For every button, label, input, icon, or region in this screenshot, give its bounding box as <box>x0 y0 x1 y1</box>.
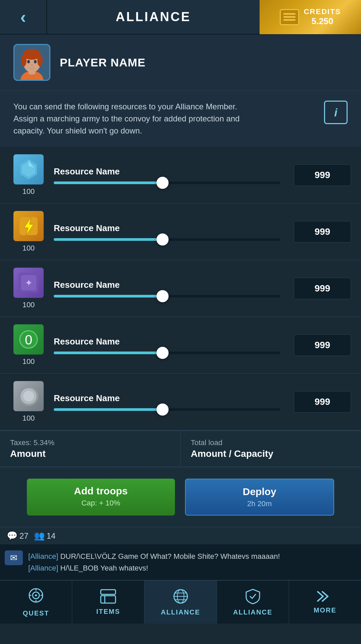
slider-track-0[interactable] <box>54 181 280 184</box>
resource-icon-wrap-0: 100 <box>10 154 47 196</box>
slider-fill-0 <box>54 181 163 184</box>
resource-icon-wrap-4: 100 <box>10 381 47 423</box>
resource-value-2[interactable]: 999 <box>294 278 351 299</box>
credits-box[interactable]: CREDITS 5.250 <box>260 0 361 34</box>
nav-more[interactable]: MORE <box>289 581 361 624</box>
resource-controls-0: Resource Name <box>54 166 280 184</box>
resource-count-2: 100 <box>22 301 35 309</box>
resources-section: 100 Resource Name 999 100 Re <box>0 147 361 467</box>
credits-amount: 5.250 <box>311 16 333 26</box>
nav-alliance-globe[interactable]: ALLIANCE <box>144 581 217 624</box>
add-troops-button[interactable]: Add troops Cap: + 10% <box>27 479 175 516</box>
resource-count-0: 100 <box>22 187 35 196</box>
slider-fill-2 <box>54 295 163 298</box>
slider-thumb-3[interactable] <box>156 347 169 359</box>
resource-icon-0 <box>13 154 44 184</box>
svg-point-6 <box>37 54 43 66</box>
shield-icon <box>245 588 261 606</box>
credits-label: CREDITS <box>304 7 341 16</box>
resource-controls-3: Resource Name <box>54 336 280 354</box>
chat-messages[interactable]: ✉ [Alliance] DUR/\CEL\VÖLZ Game Of What?… <box>0 544 361 580</box>
chat-alliance-tag-2: [Alliance] <box>28 564 58 572</box>
more-icon <box>317 590 333 604</box>
capacity-value: Amount / Capacity <box>191 448 351 459</box>
resource-name-3: Resource Name <box>54 336 280 347</box>
slider-thumb-1[interactable] <box>156 233 169 246</box>
back-arrow-icon: ‹ <box>20 7 26 27</box>
slider-wrap-2[interactable] <box>54 295 280 298</box>
people-count: 👥 14 <box>34 531 56 541</box>
resource-icon-1 <box>13 211 44 241</box>
slider-wrap-1[interactable] <box>54 238 280 241</box>
resource-count-3: 100 <box>22 357 35 366</box>
people-icon: 👥 <box>34 531 45 541</box>
resource-value-3[interactable]: 999 <box>294 334 351 356</box>
deploy-time: 2h 20m <box>247 499 272 508</box>
people-count-value: 14 <box>47 531 56 541</box>
slider-fill-4 <box>54 408 163 411</box>
nav-items[interactable]: ITEMS <box>72 581 144 624</box>
header: ‹ ALLIANCE CREDITS 5.250 <box>0 0 361 35</box>
slider-fill-1 <box>54 238 163 241</box>
player-section: PLAYER NAME <box>0 35 361 90</box>
svg-point-7 <box>27 60 30 63</box>
svg-point-8 <box>34 60 37 63</box>
resource-value-4[interactable]: 999 <box>294 391 351 413</box>
info-text: You can send the following resources to … <box>13 101 242 137</box>
slider-wrap-4[interactable] <box>54 408 280 411</box>
svg-rect-31 <box>101 590 116 594</box>
resource-value-0[interactable]: 999 <box>294 164 351 186</box>
slider-wrap-0[interactable] <box>54 181 280 184</box>
resource-controls-2: Resource Name <box>54 280 280 298</box>
svg-text:0: 0 <box>25 332 32 347</box>
items-icon <box>100 589 116 605</box>
resource-icon-2: ✦ <box>13 268 44 298</box>
slider-track-4[interactable] <box>54 408 280 411</box>
svg-point-5 <box>21 54 27 66</box>
total-load-label: Total load <box>191 438 351 447</box>
slider-thumb-0[interactable] <box>156 177 169 189</box>
chat-counts: 💬 27 👥 14 <box>7 531 55 541</box>
nav-items-label: ITEMS <box>96 608 120 615</box>
svg-point-23 <box>23 391 34 401</box>
slider-thumb-4[interactable] <box>156 404 169 416</box>
resource-name-0: Resource Name <box>54 166 280 177</box>
deploy-button[interactable]: Deploy 2h 20m <box>185 479 334 516</box>
action-buttons: Add troops Cap: + 10% Deploy 2h 20m <box>0 467 361 527</box>
message-count-value: 27 <box>19 531 29 541</box>
slider-track-1[interactable] <box>54 238 280 241</box>
slider-track-3[interactable] <box>54 352 280 354</box>
resource-icon-3: 0 <box>13 324 44 355</box>
chat-alliance-tag-1: [Alliance] <box>28 552 58 560</box>
slider-track-2[interactable] <box>54 295 280 298</box>
message-count: 💬 27 <box>7 531 29 541</box>
nav-quest[interactable]: QUEST <box>0 581 72 624</box>
slider-thumb-2[interactable] <box>156 290 169 302</box>
add-troops-sub: Cap: + 10% <box>81 499 120 507</box>
nav-quest-label: QUEST <box>23 609 49 617</box>
avatar-svg <box>14 45 49 80</box>
slider-wrap-3[interactable] <box>54 352 280 354</box>
resource-name-2: Resource Name <box>54 280 280 290</box>
resource-controls-4: Resource Name <box>54 393 280 411</box>
globe-icon <box>173 588 189 606</box>
nav-alliance-label: ALLIANCE <box>233 608 272 616</box>
nav-alliance-shield[interactable]: ALLIANCE <box>217 581 289 624</box>
chat-line-2: [Alliance] H/\LE_BOB Yeah whatevs! <box>28 562 280 574</box>
totals-row: Taxes: 5.34% Amount Total load Amount / … <box>0 430 361 467</box>
svg-point-9 <box>31 64 33 66</box>
totals-left: Taxes: 5.34% Amount <box>0 431 181 467</box>
resource-icon-wrap-1: 100 <box>10 211 47 253</box>
player-name: PLAYER NAME <box>60 56 145 69</box>
resource-row-1: 100 Resource Name 999 <box>0 204 361 260</box>
chat-bubble-icon: 💬 <box>7 531 17 541</box>
nav-globe-label: ALLIANCE <box>161 608 200 616</box>
back-button[interactable]: ‹ <box>0 0 47 34</box>
resource-name-1: Resource Name <box>54 223 280 233</box>
resource-icon-wrap-2: ✦ 100 <box>10 268 47 309</box>
resource-row-2: ✦ 100 Resource Name 999 <box>0 260 361 317</box>
info-button[interactable]: i <box>324 101 348 124</box>
info-section: You can send the following resources to … <box>0 90 361 147</box>
chat-text-area: [Alliance] DUR/\CEL\VÖLZ Game Of What? M… <box>28 550 280 574</box>
resource-value-1[interactable]: 999 <box>294 221 351 243</box>
